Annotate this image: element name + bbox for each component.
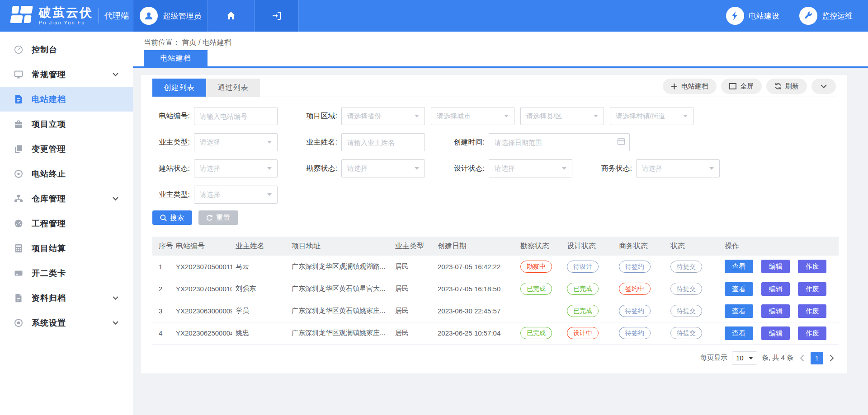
current-user[interactable]: 超级管理员 xyxy=(133,0,208,32)
sidebar-item-data-archive[interactable]: 资料归档 xyxy=(0,285,133,310)
sidebar-item-station-terminate[interactable]: 电站终止 xyxy=(0,161,133,186)
build-status-select[interactable]: 请选择 xyxy=(194,159,278,177)
reset-button[interactable]: 重置 xyxy=(198,210,238,225)
owner-name-input[interactable] xyxy=(341,133,425,151)
total-label: 条, 共 4 条 xyxy=(762,354,793,362)
caret-down-icon xyxy=(504,115,509,117)
target-icon xyxy=(14,168,24,179)
region-label: 项目区域: xyxy=(300,112,337,121)
collapse-toolbar-button[interactable] xyxy=(811,79,836,94)
dashboard-icon xyxy=(14,44,24,55)
survey-status-select[interactable]: 请选择 xyxy=(341,159,425,177)
status-badge: 待签约 xyxy=(619,305,651,317)
void-button[interactable]: 作废 xyxy=(798,260,826,273)
sidebar-item-project-settlement[interactable]: 项目结算 xyxy=(0,236,133,261)
edit-button[interactable]: 编辑 xyxy=(761,304,790,318)
business-status-select[interactable]: 请选择 xyxy=(636,159,720,177)
edit-button[interactable]: 编辑 xyxy=(761,282,790,296)
status-badge: 待签约 xyxy=(619,327,651,339)
table-row: 3 YX2023063000009 学员 广东深圳龙华区黄石镇姚家庄... 居民… xyxy=(152,300,839,322)
owner-name-label: 业主姓名: xyxy=(300,138,337,147)
add-station-button[interactable]: 电站建档 xyxy=(663,79,717,94)
logo-icon xyxy=(10,5,33,27)
edit-button[interactable]: 编辑 xyxy=(761,326,790,340)
caret-down-icon xyxy=(749,357,753,359)
edit-button[interactable]: 编辑 xyxy=(761,260,790,273)
search-icon xyxy=(160,214,167,221)
list-tabs: 创建列表 通过列表 电站建档 全屏 刷新 xyxy=(152,75,836,97)
per-page-label: 每页显示 xyxy=(700,354,727,362)
bolt-icon xyxy=(726,7,744,25)
sidebar-item-change-mgmt[interactable]: 变更管理 xyxy=(0,136,133,161)
logout-button[interactable] xyxy=(254,0,299,32)
tab-passed-list[interactable]: 通过列表 xyxy=(206,79,260,97)
station-no-input[interactable] xyxy=(194,107,278,125)
caret-down-icon xyxy=(415,167,419,170)
tab-create-list[interactable]: 创建列表 xyxy=(152,79,206,97)
nav-station-build[interactable]: 电站建设 xyxy=(726,7,779,25)
county-select[interactable]: 请选择县/区 xyxy=(520,107,604,125)
owner-type-select[interactable]: 请选择 xyxy=(194,133,278,151)
sidebar-item-warehouse-mgmt[interactable]: 仓库管理 xyxy=(0,186,133,211)
caret-down-icon xyxy=(267,193,272,196)
status-badge: 待设计 xyxy=(567,261,599,273)
view-button[interactable]: 查看 xyxy=(725,304,753,318)
survey-status-label: 勘察状态: xyxy=(300,164,337,173)
sidebar: 控制台 常规管理 电站建档 项目立项 变更管理 电站终止 仓库管理 工程管理 项… xyxy=(0,32,133,415)
station-no-label: 电站编号: xyxy=(152,112,190,121)
plus-icon xyxy=(671,83,678,90)
void-button[interactable]: 作废 xyxy=(798,282,826,296)
header-right-nav: 电站建设 监控运维 xyxy=(726,0,868,32)
void-button[interactable]: 作废 xyxy=(798,326,826,340)
status-badge: 勘察中 xyxy=(520,261,552,273)
sidebar-item-project-setup[interactable]: 项目立项 xyxy=(0,112,133,136)
page-number-1[interactable]: 1 xyxy=(811,352,823,364)
next-page-button[interactable] xyxy=(828,354,836,362)
owner-type2-label: 业主类型: xyxy=(152,190,190,200)
per-page-select[interactable]: 10 xyxy=(732,351,757,365)
filter-form: 电站编号: 项目区域: 请选择省份 请选择城市 请选择县/区 请选择村镇/街道 … xyxy=(152,97,836,204)
top-header: 破茧云伏 Po Jian Yun Fu 代理端 超级管理员 电站建设 监控运维 xyxy=(0,0,868,32)
caret-down-icon xyxy=(562,167,566,170)
caret-down-icon xyxy=(415,115,419,117)
calculator-icon xyxy=(14,243,24,254)
caret-down-icon xyxy=(683,115,688,117)
sidebar-item-general-mgmt[interactable]: 常规管理 xyxy=(0,62,133,87)
app-title: 破茧云伏 xyxy=(39,6,93,20)
sidebar-item-system-settings[interactable]: 系统设置 xyxy=(0,310,133,335)
main-content: 当前位置： 首页 / 电站建档 电站建档 创建列表 通过列表 电站建档 全屏 刷… xyxy=(133,32,868,415)
design-status-select[interactable]: 请选择 xyxy=(489,159,572,177)
date-range-input[interactable] xyxy=(489,133,630,151)
view-button[interactable]: 查看 xyxy=(725,282,753,296)
content-panel: 创建列表 通过列表 电站建档 全屏 刷新 xyxy=(141,75,847,373)
nav-monitor-ops-label: 监控运维 xyxy=(822,11,853,21)
city-select[interactable]: 请选择城市 xyxy=(431,107,514,125)
page-tab-station-archive[interactable]: 电站建档 xyxy=(144,50,208,67)
breadcrumb-bar: 当前位置： 首页 / 电站建档 电站建档 xyxy=(133,32,868,68)
view-button[interactable]: 查看 xyxy=(725,326,753,340)
status-badge: 已完成 xyxy=(567,305,599,317)
void-button[interactable]: 作废 xyxy=(798,304,826,318)
sidebar-item-engineering-mgmt[interactable]: 工程管理 xyxy=(0,211,133,236)
caret-down-icon xyxy=(267,167,272,170)
fullscreen-icon xyxy=(729,83,736,89)
status-badge: 待提交 xyxy=(670,283,702,295)
fullscreen-button[interactable]: 全屏 xyxy=(721,79,762,94)
portal-label: 代理端 xyxy=(99,8,129,23)
status-badge: 待提交 xyxy=(670,327,702,339)
owner-type2-select[interactable]: 请选择 xyxy=(194,186,278,204)
status-badge: 签约中 xyxy=(619,283,651,295)
sidebar-item-dashboard[interactable]: 控制台 xyxy=(0,37,133,62)
sidebar-item-open-card[interactable]: 开二类卡 xyxy=(0,261,133,285)
prev-page-button[interactable] xyxy=(798,354,806,362)
search-button[interactable]: 搜索 xyxy=(152,210,192,225)
home-button[interactable] xyxy=(208,0,254,32)
province-select[interactable]: 请选择省份 xyxy=(341,107,425,125)
wrench-icon xyxy=(799,7,817,25)
view-button[interactable]: 查看 xyxy=(725,260,753,273)
sidebar-item-station-archive[interactable]: 电站建档 xyxy=(0,87,133,112)
copy-icon xyxy=(14,144,24,154)
town-select[interactable]: 请选择村镇/街道 xyxy=(610,107,693,125)
refresh-button[interactable]: 刷新 xyxy=(766,79,807,94)
nav-monitor-ops[interactable]: 监控运维 xyxy=(799,7,853,25)
